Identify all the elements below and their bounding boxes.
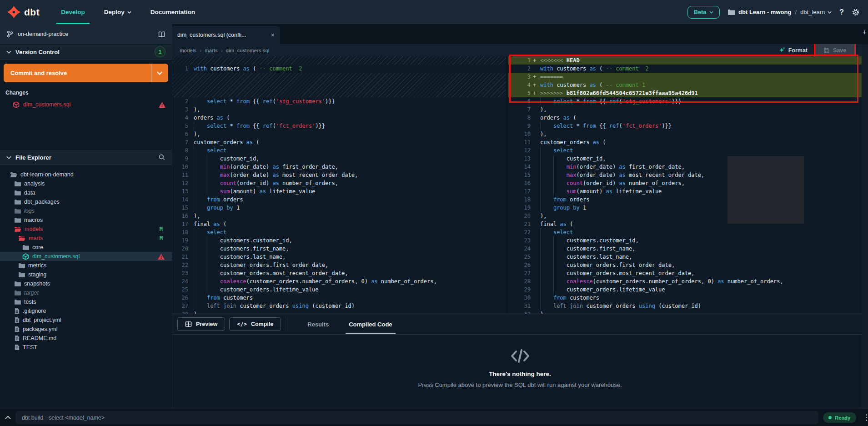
kebab-menu-icon[interactable] xyxy=(866,414,867,421)
overlay-box xyxy=(728,156,804,224)
book-icon[interactable] xyxy=(158,31,166,38)
preview-button[interactable]: Preview xyxy=(177,317,225,331)
breadcrumb-item[interactable]: dim_customers.sql xyxy=(226,48,270,53)
code-line: 8 select xyxy=(172,146,506,155)
preview-label: Preview xyxy=(196,321,217,327)
code-line: 10), xyxy=(508,130,862,138)
tree-item-marts[interactable]: martsM xyxy=(0,234,172,243)
dbt-logo[interactable]: dbt xyxy=(0,5,51,19)
code-line: 23 customers.customer_id, xyxy=(508,236,862,245)
code-line: 28 coalesce(customer_orders.number_of_or… xyxy=(508,277,862,286)
tree-item-tests[interactable]: tests xyxy=(0,297,172,306)
code-line: 7), xyxy=(508,105,862,114)
environment-name: dbt_learn xyxy=(800,9,832,15)
tree-item-dbt-packages[interactable]: dbt_packages xyxy=(0,197,172,206)
tree-item--gitignore[interactable]: .gitignore xyxy=(0,306,172,316)
dbt-ide-app: dbt DevelopDeployDocumentation Beta dbt … xyxy=(0,0,868,426)
new-tab-button[interactable]: + xyxy=(862,28,868,37)
ready-label: Ready xyxy=(835,415,851,421)
editor-actions: Format Save xyxy=(778,44,862,56)
code-line: 29 customer_orders.lifetime_value xyxy=(508,286,862,294)
tree-item-data[interactable]: data xyxy=(0,188,172,197)
code-line: 15 group by 1 xyxy=(172,204,506,212)
editor-scrollbar[interactable] xyxy=(862,24,868,409)
tree-item-models[interactable]: modelsM xyxy=(0,225,172,234)
breadcrumb-item[interactable]: marts xyxy=(205,48,218,53)
code-line: 14 from orders xyxy=(172,195,506,204)
code-line: 17final as ( xyxy=(172,220,506,228)
tree-item-dbt-project-yml[interactable]: dbt_project.yml xyxy=(0,316,172,325)
tree-item-test[interactable]: TEST xyxy=(0,343,172,352)
tree-item-dbt-learn-on-demand[interactable]: dbt-learn-on-demand xyxy=(0,170,172,179)
close-icon[interactable]: × xyxy=(271,31,275,39)
code-line: 16), xyxy=(172,212,506,220)
tree-item-macros[interactable]: macros xyxy=(0,216,172,225)
code-line: 7customer_orders as ( xyxy=(172,138,506,146)
code-line: 5 select * from {{ ref('fct_orders')}} xyxy=(172,122,506,130)
tree-item-packages-yml[interactable]: packages.yml xyxy=(0,325,172,334)
tab-results[interactable]: Results xyxy=(307,321,329,328)
beta-dropdown[interactable]: Beta xyxy=(687,6,720,19)
code-line: 11 max(order_date) as most_recent_order_… xyxy=(172,171,506,179)
tree-item-label: .gitignore xyxy=(23,308,46,314)
version-control-header[interactable]: Version Control 1 xyxy=(0,45,172,60)
editor-tab[interactable]: dim_customers.sql (confli... × xyxy=(172,26,280,44)
compile-code-icon: </> xyxy=(237,321,247,327)
tree-item-dim-customers-sql[interactable]: dim_customers.sql xyxy=(0,252,172,261)
chevron-up-icon[interactable] xyxy=(0,416,15,420)
project-selector[interactable]: dbt Learn - mwong / dbt_learn xyxy=(728,9,832,15)
tab-compiled-code[interactable]: Compiled Code xyxy=(349,321,392,328)
editor-original-pane[interactable]: 1with customers as ( -- comment 22 selec… xyxy=(172,56,506,314)
code-line: 24 coalesce(customer_orders.number_of_or… xyxy=(172,277,506,286)
save-icon xyxy=(823,47,830,54)
tree-item-label: packages.yml xyxy=(23,326,57,332)
code-line: 4orders as ( xyxy=(172,114,506,122)
nav-right: Beta dbt Learn - mwong / dbt_learn ? xyxy=(687,6,868,19)
model-icon xyxy=(22,253,29,260)
compile-button[interactable]: </> Compile xyxy=(229,317,281,331)
model-cube-icon xyxy=(13,101,20,108)
tree-item-target[interactable]: target xyxy=(0,288,172,297)
commit-and-resolve-button[interactable]: Commit and resolve xyxy=(4,64,168,82)
nav-item-deploy[interactable]: Deploy xyxy=(104,0,131,24)
format-button[interactable]: Format xyxy=(778,47,808,54)
editor-modified-pane[interactable]: 1+<<<<<<< HEAD2with customers as ( -- co… xyxy=(508,56,862,314)
breadcrumb-item[interactable]: models xyxy=(180,48,196,53)
command-input[interactable] xyxy=(15,411,818,424)
code-line: 1+<<<<<<< HEAD xyxy=(508,56,862,65)
file-tree: dbt-learn-on-demandanalysisdatadbt_packa… xyxy=(0,170,172,409)
help-icon[interactable]: ? xyxy=(839,8,844,16)
dbt-logo-icon xyxy=(7,5,20,19)
file-explorer-header[interactable]: File Explorer xyxy=(0,150,172,165)
empty-state-title: There's nothing here. xyxy=(489,371,551,377)
compile-label: Compile xyxy=(251,321,273,327)
tree-item-readme-md[interactable]: README.md xyxy=(0,334,172,343)
file-icon xyxy=(14,308,20,314)
commit-dropdown-chevron[interactable] xyxy=(151,64,168,82)
tree-item-snapshots[interactable]: snapshots xyxy=(0,279,172,288)
tree-item-core[interactable]: core xyxy=(0,243,172,252)
folder-icon xyxy=(14,290,21,296)
results-panel-header: Preview </> Compile ResultsCompiled Code xyxy=(172,314,868,335)
tree-item-staging[interactable]: staging xyxy=(0,270,172,279)
file-icon xyxy=(14,326,20,332)
code-line: 9 select * from {{ ref('fct_orders')}} xyxy=(508,122,862,130)
folder-icon xyxy=(22,244,29,251)
nav-item-documentation[interactable]: Documentation xyxy=(151,0,195,24)
changes-section-label: Changes xyxy=(5,90,172,96)
breadcrumb-separator: › xyxy=(200,48,201,53)
tree-item-metrics[interactable]: metrics xyxy=(0,261,172,270)
git-branch-selector[interactable]: on-demand-practice xyxy=(0,24,172,45)
changed-file-row[interactable]: dim_customers.sql xyxy=(0,99,172,110)
main-area: dim_customers.sql (confli... × + models›… xyxy=(172,24,868,409)
save-button[interactable]: Save xyxy=(823,47,846,54)
gear-icon[interactable] xyxy=(852,8,860,16)
tree-item-logs[interactable]: logs xyxy=(0,206,172,216)
search-icon[interactable] xyxy=(158,154,166,161)
code-line: 26 customer_orders.first_order_date, xyxy=(508,261,862,269)
code-line: 25 customers.last_name, xyxy=(508,253,862,261)
warning-icon xyxy=(158,254,165,260)
code-line: 22 customer_orders.first_order_date, xyxy=(172,261,506,269)
tree-item-analysis[interactable]: analysis xyxy=(0,179,172,188)
nav-item-develop[interactable]: Develop xyxy=(61,0,85,24)
